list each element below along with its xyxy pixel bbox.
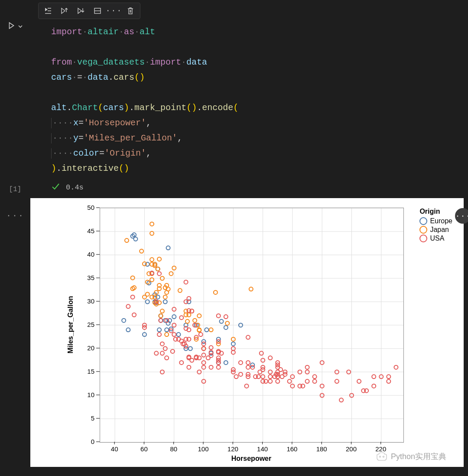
svg-point-26 [122,319,126,323]
svg-point-169 [190,359,194,362]
svg-point-30 [133,237,137,241]
svg-point-154 [179,316,183,320]
svg-text:140: 140 [257,445,268,453]
svg-point-248 [306,365,309,369]
cell-gutter: [1] ··· [0,0,30,476]
svg-point-203 [234,375,238,378]
svg-point-27 [126,328,130,332]
execute-above-icon[interactable] [59,6,70,16]
svg-point-70 [125,238,129,242]
svg-point-210 [246,365,250,369]
svg-point-112 [185,320,189,323]
svg-point-82 [150,231,154,235]
svg-point-190 [217,314,221,318]
svg-point-97 [157,257,161,261]
svg-point-240 [288,379,292,383]
svg-point-207 [246,361,250,365]
run-by-line-icon[interactable] [43,6,53,16]
svg-point-246 [306,379,309,383]
svg-point-115 [193,319,197,323]
svg-point-109 [178,289,182,293]
svg-point-42 [157,328,161,332]
svg-point-128 [126,304,130,308]
execution-time: 0.4s [66,183,84,192]
svg-point-71 [131,276,135,280]
svg-point-77 [146,292,150,296]
svg-point-66 [224,361,228,365]
svg-point-249 [313,379,317,383]
svg-point-266 [387,375,390,378]
svg-point-125 [225,321,229,325]
svg-point-226 [268,379,272,383]
svg-point-137 [157,272,161,276]
svg-text:60: 60 [140,445,148,453]
run-dropdown-icon[interactable] [18,23,23,31]
svg-text:40: 40 [87,251,94,258]
legend-item[interactable]: Europe [419,217,452,225]
svg-text:120: 120 [228,445,238,453]
svg-point-143 [165,356,169,360]
scatter-chart[interactable] [100,208,404,443]
svg-point-165 [187,365,191,369]
delete-cell-icon[interactable] [125,6,136,16]
svg-point-236 [279,368,283,372]
svg-point-250 [313,375,317,378]
svg-point-262 [372,375,376,378]
svg-point-138 [159,319,163,323]
execute-below-icon[interactable] [76,6,86,16]
svg-point-255 [335,379,339,383]
code-cell[interactable]: import·altair·as·alt from·vega_datasets·… [30,23,468,180]
svg-text:25: 25 [87,321,94,328]
more-actions-icon[interactable]: ··· [109,6,119,16]
svg-point-256 [339,398,343,402]
svg-point-206 [245,384,249,388]
svg-point-225 [268,356,272,360]
svg-text:15: 15 [87,368,94,375]
svg-point-259 [357,379,361,383]
svg-point-49 [166,246,170,250]
svg-text:30: 30 [87,297,94,305]
svg-text:10: 10 [87,391,94,398]
svg-point-81 [150,258,154,261]
svg-point-265 [387,379,390,383]
svg-point-98 [159,314,163,318]
overflow-fab-icon[interactable]: ··· [455,208,468,224]
cell-toolbar: ··· [38,3,140,19]
svg-point-107 [169,272,173,276]
svg-point-100 [160,309,164,313]
svg-point-140 [160,351,164,355]
svg-point-204 [239,361,243,365]
svg-point-74 [140,249,143,253]
svg-point-130 [132,313,136,317]
svg-point-103 [165,333,169,336]
svg-point-224 [268,375,272,378]
execution-count: [1] [9,186,22,193]
svg-text:50: 50 [87,204,94,211]
svg-point-136 [157,333,161,336]
svg-text:200: 200 [346,445,357,453]
svg-point-129 [131,295,135,299]
svg-point-186 [209,365,213,369]
svg-text:45: 45 [87,227,94,235]
svg-point-122 [209,328,213,332]
svg-text:0: 0 [91,438,94,445]
svg-point-118 [197,314,201,318]
svg-text:100: 100 [198,445,209,453]
svg-point-123 [214,290,218,294]
svg-text:80: 80 [170,445,177,453]
legend-item[interactable]: USA [419,235,452,242]
split-cell-icon[interactable] [92,6,103,16]
cell-status: 0.4s [30,180,468,197]
svg-point-47 [165,328,169,332]
svg-point-139 [160,342,164,346]
svg-point-192 [217,365,221,369]
output-more-icon[interactable]: ··· [6,211,24,221]
svg-point-80 [150,222,154,226]
svg-point-198 [224,315,228,319]
run-cell-icon[interactable] [7,22,15,32]
watermark: Python实用宝典 [376,451,446,462]
legend-item[interactable]: Japan [419,226,452,234]
svg-point-205 [239,372,243,376]
svg-text:160: 160 [286,445,297,453]
chart-legend[interactable]: OriginEuropeJapanUSA [419,208,452,243]
